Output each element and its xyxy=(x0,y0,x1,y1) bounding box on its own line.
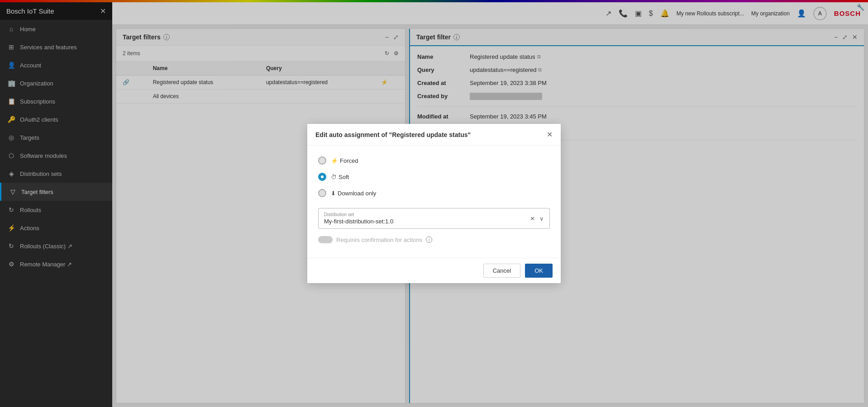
requires-confirmation-label: Requires confirmation for actions xyxy=(336,237,422,243)
radio-label-download-only: ⬇ Download only xyxy=(331,190,376,197)
distribution-set-value: My-first-distribution-set:1.0 xyxy=(324,218,393,225)
dropdown-distribution-set-icon[interactable]: ∨ xyxy=(539,215,544,222)
radio-label-forced: ⚡ Forced xyxy=(331,157,358,164)
radio-group: ⚡ Forced ⏱ Soft ⬇ Download only xyxy=(318,156,550,197)
radio-icon-soft: ⏱ xyxy=(331,174,337,180)
radio-option-soft[interactable]: ⏱ Soft xyxy=(318,173,550,181)
distribution-set-controls: ✕ ∨ xyxy=(530,215,544,222)
radio-circle-download-only[interactable] xyxy=(318,189,326,197)
modal-body: ⚡ Forced ⏱ Soft ⬇ Download only Distribu… xyxy=(307,146,561,258)
requires-confirmation-toggle[interactable] xyxy=(318,236,333,243)
edit-auto-assignment-modal: Edit auto assignment of "Registered upda… xyxy=(307,124,561,283)
distribution-set-label: Distribution set xyxy=(324,212,393,217)
requires-confirmation-info-icon[interactable]: i xyxy=(426,237,432,243)
radio-option-download-only[interactable]: ⬇ Download only xyxy=(318,189,550,197)
radio-label-soft: ⏱ Soft xyxy=(331,174,349,180)
requires-confirmation-row: Requires confirmation for actions i xyxy=(318,236,550,243)
modal-header: Edit auto assignment of "Registered upda… xyxy=(307,124,561,146)
modal-title: Edit auto assignment of "Registered upda… xyxy=(315,131,471,138)
distribution-set-field[interactable]: Distribution set My-first-distribution-s… xyxy=(318,208,550,229)
radio-circle-forced[interactable] xyxy=(318,156,326,165)
modal-close-button[interactable]: ✕ xyxy=(547,130,553,139)
radio-icon-download-only: ⬇ xyxy=(331,190,336,197)
ok-button[interactable]: OK xyxy=(525,264,553,278)
cancel-button[interactable]: Cancel xyxy=(483,264,520,278)
radio-circle-soft[interactable] xyxy=(318,173,326,181)
modal-footer: Cancel OK xyxy=(307,258,561,283)
distribution-set-info: Distribution set My-first-distribution-s… xyxy=(324,212,393,225)
radio-option-forced[interactable]: ⚡ Forced xyxy=(318,156,550,165)
clear-distribution-set-icon[interactable]: ✕ xyxy=(530,215,535,222)
modal-overlay: Edit auto assignment of "Registered upda… xyxy=(0,0,868,407)
radio-icon-forced: ⚡ xyxy=(331,157,338,164)
